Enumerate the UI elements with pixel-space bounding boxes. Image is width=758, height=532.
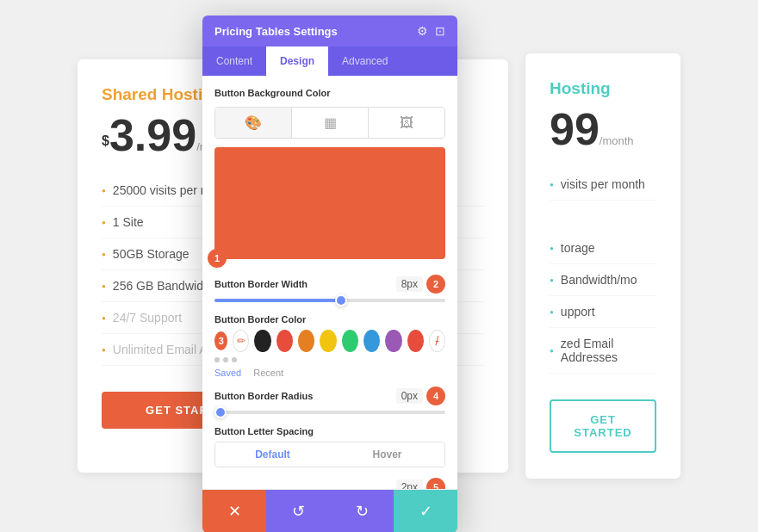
- badge-3: 3: [214, 331, 227, 350]
- swatch-purple[interactable]: [385, 330, 401, 352]
- border-width-slider-fill: [214, 299, 341, 302]
- right-get-started-button[interactable]: GET STARTED: [550, 399, 656, 453]
- cancel-button[interactable]: ✕: [202, 490, 266, 532]
- right-pricing-card: Hosting 99/month visits per month torage…: [525, 53, 680, 479]
- dot: [232, 357, 237, 362]
- badge-1: 1: [208, 249, 227, 268]
- swatch-red2[interactable]: [407, 330, 424, 352]
- list-item: zed Email Addresses: [550, 328, 656, 374]
- confirm-button[interactable]: ✓: [394, 490, 457, 532]
- button-letter-spacing-section: Button Letter Spacing Default Hover 2px …: [214, 426, 445, 489]
- recent-label[interactable]: Recent: [253, 368, 283, 378]
- tab-default[interactable]: Default: [215, 442, 330, 467]
- border-radius-value: 0px: [396, 388, 423, 404]
- color-gradient-wrapper: 1: [214, 147, 445, 259]
- right-feature-list: visits per month torage Bandwidth/mo upp…: [550, 169, 656, 374]
- modal-title: Pricing Tables Settings: [214, 25, 338, 38]
- border-radius-header: Button Border Radius 0px 4: [214, 387, 445, 405]
- tab-design[interactable]: Design: [266, 46, 328, 76]
- dot: [214, 357, 220, 362]
- tab-content[interactable]: Content: [202, 46, 266, 76]
- modal-footer: ✕ ↺ ↻ ✓: [202, 489, 457, 532]
- button-border-width-section: Button Border Width 8px 2: [214, 275, 445, 302]
- list-item: Bandwidth/mo: [550, 264, 656, 296]
- border-radius-value-wrap: 0px 4: [396, 387, 445, 405]
- tab-hover[interactable]: Hover: [330, 442, 444, 467]
- color-type-selector: 🎨 ▦ 🖼: [214, 107, 445, 139]
- undo-button[interactable]: ↺: [266, 490, 330, 532]
- swatch-green[interactable]: [342, 330, 358, 352]
- list-item: torage: [550, 232, 656, 264]
- border-width-slider-thumb[interactable]: [335, 294, 347, 306]
- modal-tabs: Content Design Advanced: [202, 46, 457, 76]
- right-plan-name: Hosting: [550, 79, 656, 98]
- color-type-image-btn[interactable]: 🖼: [368, 108, 444, 138]
- settings-modal: Pricing Tables Settings ⚙ ⊡ Content Desi…: [202, 15, 457, 532]
- swatch-pencil-btn[interactable]: ✏: [233, 330, 249, 352]
- color-type-gradient-btn[interactable]: ▦: [291, 108, 368, 138]
- settings-icon[interactable]: ⚙: [417, 24, 428, 38]
- letter-spacing-header: Button Letter Spacing: [214, 426, 445, 436]
- swatch-none[interactable]: /: [429, 330, 445, 352]
- right-price-period: /month: [600, 134, 634, 147]
- border-color-label: Button Border Color: [214, 314, 306, 325]
- modal-header-icons: ⚙ ⊡: [417, 24, 445, 38]
- badge-2: 2: [426, 275, 445, 294]
- saved-recent-row: Saved Recent: [214, 368, 445, 378]
- expand-icon[interactable]: ⊡: [435, 24, 445, 38]
- button-border-radius-section: Button Border Radius 0px 4: [214, 387, 445, 414]
- border-width-label: Button Border Width: [214, 279, 308, 289]
- button-bg-color-section: Button Background Color 🎨 ▦ 🖼 1: [214, 88, 445, 259]
- badge-5: 5: [426, 478, 445, 489]
- swatch-yellow[interactable]: [320, 330, 336, 352]
- letter-spacing-value: 2px: [396, 479, 423, 489]
- list-item: visits per month: [550, 169, 656, 201]
- button-bg-color-label: Button Background Color: [214, 88, 445, 98]
- letter-spacing-state-tabs: Default Hover: [214, 442, 445, 467]
- border-width-header: Button Border Width 8px 2: [214, 275, 445, 294]
- swatch-red[interactable]: [276, 330, 293, 352]
- swatch-orange[interactable]: [298, 330, 314, 352]
- list-item: upport: [550, 296, 656, 328]
- redo-button[interactable]: ↻: [330, 490, 394, 532]
- color-type-solid-btn[interactable]: 🎨: [215, 108, 291, 138]
- border-color-header: Button Border Color: [214, 314, 445, 325]
- letter-spacing-value-wrap: 2px 5: [396, 478, 445, 489]
- border-radius-slider-thumb[interactable]: [214, 406, 227, 418]
- modal-body: Button Background Color 🎨 ▦ 🖼 1 Button B…: [202, 76, 457, 489]
- dots-row: [214, 357, 445, 362]
- saved-label[interactable]: Saved: [214, 368, 241, 378]
- left-price-amount: 3.99: [109, 110, 196, 160]
- border-radius-slider-track[interactable]: [214, 411, 445, 414]
- dot: [223, 357, 228, 362]
- button-border-color-section: Button Border Color 3 ✏ /: [214, 314, 445, 378]
- border-width-value-wrap: 8px 2: [396, 275, 445, 294]
- swatch-blue[interactable]: [363, 330, 380, 352]
- modal-header: Pricing Tables Settings ⚙ ⊡: [202, 15, 457, 46]
- color-gradient-area[interactable]: [214, 147, 445, 259]
- right-price-amount: 99: [550, 104, 600, 154]
- left-price-dollar: $: [102, 133, 109, 148]
- tab-advanced[interactable]: Advanced: [328, 46, 401, 76]
- letter-spacing-label: Button Letter Spacing: [214, 426, 314, 436]
- right-price-wrap: 99/month: [550, 107, 656, 152]
- swatches-row: 3 ✏ /: [214, 330, 445, 352]
- badge-4: 4: [426, 387, 445, 405]
- border-radius-label: Button Border Radius: [214, 391, 313, 401]
- border-width-slider-track[interactable]: [214, 299, 445, 302]
- swatch-black[interactable]: [254, 330, 270, 352]
- border-width-value: 8px: [396, 276, 423, 292]
- letter-spacing-slider-header: 2px 5: [214, 478, 445, 489]
